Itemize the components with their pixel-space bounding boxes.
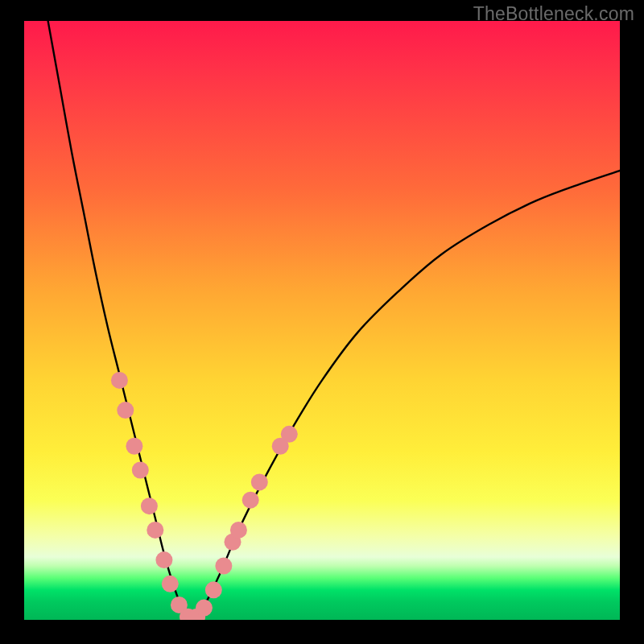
right-arm-dot [230, 522, 247, 539]
watermark-text: TheBottleneck.com [473, 3, 634, 25]
data-points-layer [24, 21, 620, 620]
left-arm-dot [155, 551, 172, 568]
left-arm-dot [132, 462, 149, 479]
left-arm-dot [162, 576, 179, 592]
valley-dot [196, 600, 213, 617]
left-arm-dot [111, 372, 128, 389]
chart-frame: TheBottleneck.com [0, 0, 644, 644]
left-arm-dot [141, 497, 158, 514]
plot-area [24, 21, 620, 620]
left-arm-dot [117, 402, 134, 419]
right-arm-dot [242, 492, 259, 509]
right-arm-dot [281, 426, 298, 443]
left-arm-dot [126, 438, 142, 455]
right-arm-dot [205, 581, 222, 598]
right-arm-dot [215, 558, 232, 575]
left-arm-dot [147, 522, 163, 539]
right-arm-dot [251, 473, 268, 490]
